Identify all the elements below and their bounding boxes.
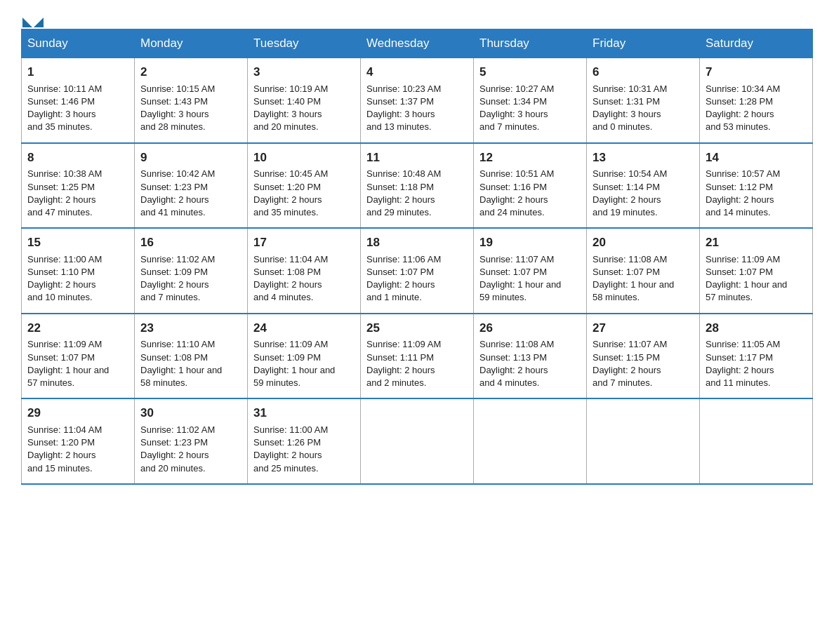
page-header	[21, 14, 813, 22]
day-number: 11	[366, 149, 468, 166]
day-info: Sunrise: 10:34 AMSunset: 1:28 PMDaylight…	[706, 83, 807, 134]
calendar-cell: 12Sunrise: 10:51 AMSunset: 1:16 PMDaylig…	[474, 143, 587, 229]
day-info: Sunrise: 10:57 AMSunset: 1:12 PMDaylight…	[706, 168, 807, 219]
day-info: Sunrise: 10:42 AMSunset: 1:23 PMDaylight…	[140, 168, 241, 219]
day-info: Sunrise: 11:00 AMSunset: 1:26 PMDaylight…	[253, 424, 355, 475]
col-header-thursday: Thursday	[474, 29, 587, 58]
calendar-cell: 5Sunrise: 10:27 AMSunset: 1:34 PMDayligh…	[474, 58, 587, 143]
day-number: 26	[479, 320, 581, 337]
calendar-cell: 3Sunrise: 10:19 AMSunset: 1:40 PMDayligh…	[248, 58, 361, 143]
calendar-cell: 15Sunrise: 11:00 AMSunset: 1:10 PMDaylig…	[22, 228, 135, 314]
day-info: Sunrise: 10:45 AMSunset: 1:20 PMDaylight…	[253, 168, 355, 219]
day-number: 19	[479, 234, 581, 251]
col-header-friday: Friday	[587, 29, 700, 58]
day-number: 21	[706, 234, 807, 251]
day-info: Sunrise: 11:09 AMSunset: 1:11 PMDaylight…	[366, 338, 468, 389]
day-number: 4	[366, 64, 468, 81]
week-row-5: 29Sunrise: 11:04 AMSunset: 1:20 PMDaylig…	[22, 398, 813, 484]
col-header-saturday: Saturday	[700, 29, 813, 58]
day-info: Sunrise: 11:09 AMSunset: 1:07 PMDaylight…	[706, 253, 807, 304]
day-number: 7	[706, 64, 807, 81]
calendar-header-row: SundayMondayTuesdayWednesdayThursdayFrid…	[22, 29, 813, 58]
calendar-cell: 1Sunrise: 10:11 AMSunset: 1:46 PMDayligh…	[22, 58, 135, 143]
day-number: 14	[706, 149, 807, 166]
logo-arrow-icon	[22, 18, 32, 27]
day-info: Sunrise: 10:15 AMSunset: 1:43 PMDaylight…	[140, 83, 241, 134]
calendar-cell: 8Sunrise: 10:38 AMSunset: 1:25 PMDayligh…	[22, 143, 135, 229]
calendar-cell: 17Sunrise: 11:04 AMSunset: 1:08 PMDaylig…	[248, 228, 361, 314]
calendar-cell: 30Sunrise: 11:02 AMSunset: 1:23 PMDaylig…	[135, 398, 248, 484]
calendar-cell: 7Sunrise: 10:34 AMSunset: 1:28 PMDayligh…	[700, 58, 813, 143]
calendar-cell: 14Sunrise: 10:57 AMSunset: 1:12 PMDaylig…	[700, 143, 813, 229]
day-number: 28	[706, 320, 807, 337]
day-info: Sunrise: 10:23 AMSunset: 1:37 PMDaylight…	[366, 83, 468, 134]
calendar-cell: 27Sunrise: 11:07 AMSunset: 1:15 PMDaylig…	[587, 314, 700, 399]
day-info: Sunrise: 11:08 AMSunset: 1:13 PMDaylight…	[479, 338, 581, 389]
day-info: Sunrise: 11:04 AMSunset: 1:20 PMDaylight…	[27, 424, 128, 475]
calendar-cell: 9Sunrise: 10:42 AMSunset: 1:23 PMDayligh…	[135, 143, 248, 229]
day-number: 6	[593, 64, 694, 81]
calendar-cell	[700, 398, 813, 484]
week-row-2: 8Sunrise: 10:38 AMSunset: 1:25 PMDayligh…	[22, 143, 813, 229]
week-row-1: 1Sunrise: 10:11 AMSunset: 1:46 PMDayligh…	[22, 58, 813, 143]
day-info: Sunrise: 11:07 AMSunset: 1:07 PMDaylight…	[479, 253, 581, 304]
col-header-sunday: Sunday	[22, 29, 135, 58]
day-info: Sunrise: 10:11 AMSunset: 1:46 PMDaylight…	[27, 83, 128, 134]
calendar-cell: 13Sunrise: 10:54 AMSunset: 1:14 PMDaylig…	[587, 143, 700, 229]
calendar-cell: 2Sunrise: 10:15 AMSunset: 1:43 PMDayligh…	[135, 58, 248, 143]
day-info: Sunrise: 10:54 AMSunset: 1:14 PMDaylight…	[593, 168, 694, 219]
day-info: Sunrise: 11:10 AMSunset: 1:08 PMDaylight…	[140, 338, 241, 389]
day-number: 15	[27, 234, 128, 251]
day-info: Sunrise: 10:48 AMSunset: 1:18 PMDaylight…	[366, 168, 468, 219]
col-header-tuesday: Tuesday	[248, 29, 361, 58]
calendar-cell: 11Sunrise: 10:48 AMSunset: 1:18 PMDaylig…	[361, 143, 474, 229]
day-info: Sunrise: 10:27 AMSunset: 1:34 PMDaylight…	[479, 83, 581, 134]
day-number: 29	[27, 405, 128, 422]
calendar-cell: 22Sunrise: 11:09 AMSunset: 1:07 PMDaylig…	[22, 314, 135, 399]
calendar-cell: 31Sunrise: 11:00 AMSunset: 1:26 PMDaylig…	[248, 398, 361, 484]
day-info: Sunrise: 11:06 AMSunset: 1:07 PMDaylight…	[366, 253, 468, 304]
day-number: 10	[253, 149, 355, 166]
calendar-cell: 21Sunrise: 11:09 AMSunset: 1:07 PMDaylig…	[700, 228, 813, 314]
day-info: Sunrise: 10:51 AMSunset: 1:16 PMDaylight…	[479, 168, 581, 219]
calendar-cell: 20Sunrise: 11:08 AMSunset: 1:07 PMDaylig…	[587, 228, 700, 314]
day-number: 12	[479, 149, 581, 166]
day-number: 20	[593, 234, 694, 251]
day-info: Sunrise: 11:02 AMSunset: 1:09 PMDaylight…	[140, 253, 241, 304]
day-number: 5	[479, 64, 581, 81]
logo	[21, 14, 45, 22]
day-info: Sunrise: 11:08 AMSunset: 1:07 PMDaylight…	[593, 253, 694, 304]
logo-triangle-icon	[34, 18, 44, 27]
calendar-cell: 23Sunrise: 11:10 AMSunset: 1:08 PMDaylig…	[135, 314, 248, 399]
day-number: 17	[253, 234, 355, 251]
calendar-cell: 16Sunrise: 11:02 AMSunset: 1:09 PMDaylig…	[135, 228, 248, 314]
day-number: 18	[366, 234, 468, 251]
day-number: 2	[140, 64, 241, 81]
day-info: Sunrise: 10:31 AMSunset: 1:31 PMDaylight…	[593, 83, 694, 134]
day-number: 3	[253, 64, 355, 81]
col-header-wednesday: Wednesday	[361, 29, 474, 58]
week-row-4: 22Sunrise: 11:09 AMSunset: 1:07 PMDaylig…	[22, 314, 813, 399]
calendar-cell	[587, 398, 700, 484]
day-number: 24	[253, 320, 355, 337]
day-number: 22	[27, 320, 128, 337]
calendar-cell: 28Sunrise: 11:05 AMSunset: 1:17 PMDaylig…	[700, 314, 813, 399]
calendar-cell: 18Sunrise: 11:06 AMSunset: 1:07 PMDaylig…	[361, 228, 474, 314]
day-info: Sunrise: 11:04 AMSunset: 1:08 PMDaylight…	[253, 253, 355, 304]
calendar-cell: 26Sunrise: 11:08 AMSunset: 1:13 PMDaylig…	[474, 314, 587, 399]
calendar-cell: 10Sunrise: 10:45 AMSunset: 1:20 PMDaylig…	[248, 143, 361, 229]
day-number: 8	[27, 149, 128, 166]
calendar-cell: 19Sunrise: 11:07 AMSunset: 1:07 PMDaylig…	[474, 228, 587, 314]
calendar-cell: 24Sunrise: 11:09 AMSunset: 1:09 PMDaylig…	[248, 314, 361, 399]
day-info: Sunrise: 10:38 AMSunset: 1:25 PMDaylight…	[27, 168, 128, 219]
calendar-cell	[361, 398, 474, 484]
calendar-table: SundayMondayTuesdayWednesdayThursdayFrid…	[21, 29, 813, 485]
day-number: 25	[366, 320, 468, 337]
day-number: 1	[27, 64, 128, 81]
calendar-cell: 29Sunrise: 11:04 AMSunset: 1:20 PMDaylig…	[22, 398, 135, 484]
day-number: 27	[593, 320, 694, 337]
day-info: Sunrise: 11:07 AMSunset: 1:15 PMDaylight…	[593, 338, 694, 389]
day-info: Sunrise: 11:05 AMSunset: 1:17 PMDaylight…	[706, 338, 807, 389]
day-number: 30	[140, 405, 241, 422]
calendar-cell: 6Sunrise: 10:31 AMSunset: 1:31 PMDayligh…	[587, 58, 700, 143]
